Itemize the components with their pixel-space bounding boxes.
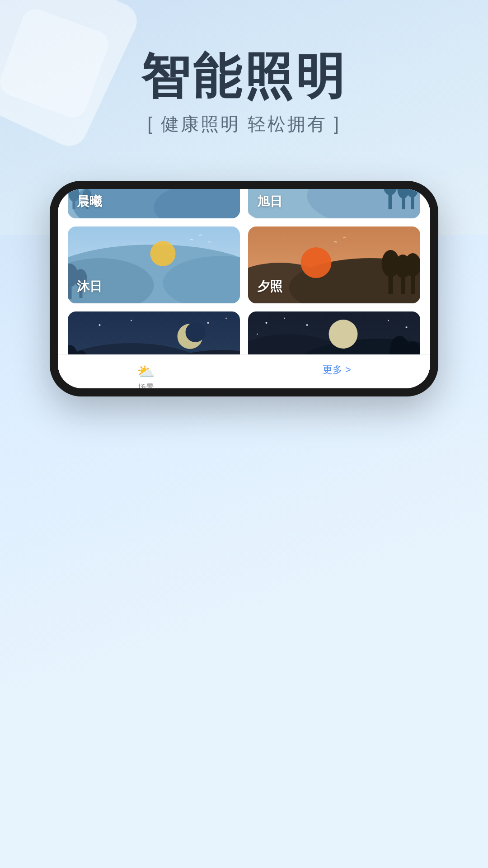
svg-point-82 <box>257 334 258 335</box>
phone-screen: 9:41 <box>58 189 430 388</box>
svg-point-64 <box>186 322 206 342</box>
svg-point-55 <box>301 247 332 278</box>
scene-label-sunset: 夕照 <box>257 278 282 295</box>
scene-label-midday: 沐日 <box>77 278 102 295</box>
svg-point-81 <box>406 326 408 328</box>
scene-card-dawn[interactable]: 晨曦 <box>68 189 240 218</box>
hero-subtitle: [ 健康照明 轻松拥有 ] <box>0 112 488 137</box>
scene-card-sunrise[interactable]: 旭日 <box>248 189 420 218</box>
bottom-nav: ⛅ 场景 更多 > <box>58 354 430 388</box>
phone-mockup: 9:41 <box>50 181 438 396</box>
svg-point-65 <box>99 324 101 326</box>
svg-point-54 <box>405 253 421 277</box>
scene-label-dawn: 晨曦 <box>77 193 102 210</box>
nav-scene[interactable]: ⛅ 场景 <box>137 363 155 388</box>
svg-point-66 <box>131 320 132 321</box>
svg-point-79 <box>306 324 308 326</box>
nav-more[interactable]: 更多 > <box>323 363 351 388</box>
more-label: 更多 > <box>323 363 351 377</box>
svg-point-76 <box>329 320 358 349</box>
hero-title: 智能照明 <box>0 50 488 104</box>
svg-point-80 <box>388 320 389 321</box>
scene-nav-label: 场景 <box>138 382 154 388</box>
hero-section: 智能照明 [ 健康照明 轻松拥有 ] <box>0 0 488 137</box>
phone-frame: 9:41 <box>50 181 438 396</box>
bottom-sheet: HCL节律 已开启 | 工作模式 开启 <box>58 189 430 388</box>
scene-card-midday[interactable]: 沐日 <box>68 226 240 303</box>
scene-label-sunrise: 旭日 <box>257 193 282 210</box>
svg-point-77 <box>266 322 267 324</box>
scene-nav-icon: ⛅ <box>137 363 155 380</box>
svg-point-45 <box>150 241 176 266</box>
svg-point-68 <box>225 318 227 319</box>
svg-point-67 <box>207 322 209 324</box>
scene-card-sunset[interactable]: 夕照 <box>248 226 420 303</box>
svg-point-78 <box>284 318 285 319</box>
svg-point-21 <box>154 189 240 218</box>
